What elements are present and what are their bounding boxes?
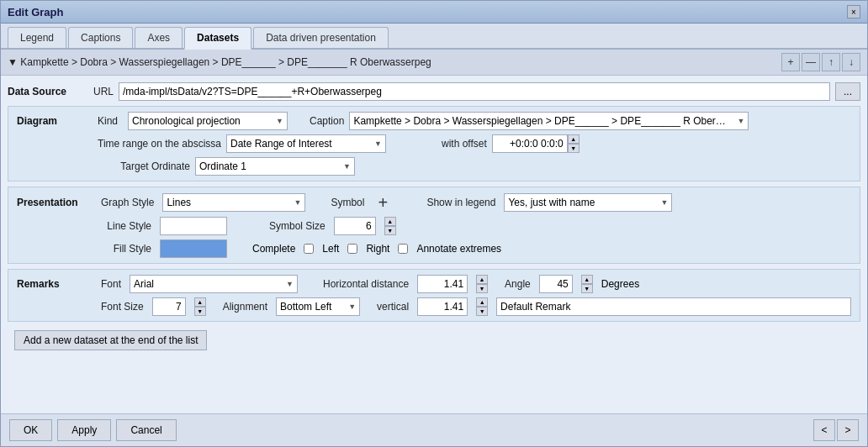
tab-data-driven[interactable]: Data driven presentation <box>253 27 389 48</box>
angle-label: Angle <box>505 278 531 290</box>
close-button[interactable]: × <box>847 5 860 18</box>
font-dropdown[interactable]: Arial ▼ <box>130 275 298 293</box>
right-checkbox[interactable] <box>398 244 408 254</box>
down-icon[interactable]: ↓ <box>842 53 860 71</box>
presentation-section: Presentation Graph Style Lines ▼ Symbol … <box>8 187 860 264</box>
breadcrumb-bar: ▼ Kampkette > Dobra > Wasserspiegellagen… <box>1 50 867 76</box>
symbolsize-input[interactable] <box>334 217 376 235</box>
offset-spin-down[interactable]: ▼ <box>568 144 580 153</box>
hdist-label: Horizontal distance <box>323 278 409 290</box>
nav-buttons: < > <box>813 419 859 441</box>
fontsize-input[interactable] <box>152 297 186 316</box>
fontsize-spinner[interactable]: ▲ ▼ <box>194 297 206 316</box>
tab-legend[interactable]: Legend <box>8 27 66 48</box>
vdist-spinner[interactable]: ▲ ▼ <box>476 297 488 316</box>
pres-row3: P Fill Style Complete Left Right Annotat… <box>17 239 851 258</box>
remarks-row1: Remarks Font Arial ▼ Horizontal distance… <box>17 275 851 293</box>
ordinate-row: Diagram Target Ordinate Ordinate 1 ▼ <box>17 157 851 176</box>
symbolsize-spin-down[interactable]: ▼ <box>384 226 396 235</box>
symbolsize-spin-up[interactable]: ▲ <box>384 217 396 226</box>
caption-dropdown[interactable]: Kampkette > Dobra > Wasserspiegellagen >… <box>349 112 749 130</box>
tab-datasets[interactable]: Datasets <box>184 27 251 50</box>
complete-checkbox[interactable] <box>304 244 314 254</box>
pres-row2: P Line Style Symbol Size ▲ ▼ <box>17 217 851 235</box>
remarks-label: Remarks <box>17 278 93 290</box>
datasource-row: Data Source URL ... <box>8 82 860 101</box>
pres-row1: Presentation Graph Style Lines ▼ Symbol … <box>17 192 851 213</box>
angle-spinner[interactable]: ▲ ▼ <box>581 275 593 293</box>
font-label: Font <box>101 278 121 290</box>
angle-spin-up[interactable]: ▲ <box>581 275 593 284</box>
offset-spinner[interactable]: ▲ ▼ <box>568 134 580 153</box>
angle-spin-down[interactable]: ▼ <box>581 284 593 293</box>
legend-dropdown[interactable]: Yes, just with name ▼ <box>504 193 672 212</box>
symbolsize-spinner[interactable]: ▲ ▼ <box>384 217 396 235</box>
degrees-label: Degrees <box>601 278 639 290</box>
hdist-input[interactable] <box>417 275 468 293</box>
right-label: Right <box>366 243 389 255</box>
kind-row: Diagram Kind Chronological projection ▼ … <box>17 112 851 130</box>
offset-input[interactable] <box>492 134 568 153</box>
tab-axes[interactable]: Axes <box>135 27 183 48</box>
graphstyle-dropdown[interactable]: Lines ▼ <box>162 193 305 212</box>
fontsize-spin-down[interactable]: ▼ <box>194 307 206 316</box>
alignment-dropdown[interactable]: Bottom Left ▼ <box>276 297 360 316</box>
hdist-spin-up[interactable]: ▲ <box>476 275 488 284</box>
ordinate-dropdown[interactable]: Ordinate 1 ▼ <box>195 157 355 176</box>
alignment-label: Alignment <box>223 301 267 313</box>
remark-input[interactable] <box>496 297 851 316</box>
apply-button[interactable]: Apply <box>57 419 111 441</box>
hdist-spinner[interactable]: ▲ ▼ <box>476 275 488 293</box>
fill-style-box[interactable] <box>160 239 227 258</box>
browse-button[interactable]: ... <box>835 82 860 101</box>
remarks-section: Remarks Font Arial ▼ Horizontal distance… <box>8 269 860 322</box>
line-style-box[interactable] <box>160 217 227 235</box>
kind-dropdown[interactable]: Chronological projection ▼ <box>128 112 288 130</box>
show-legend-label: Show in legend <box>426 197 495 208</box>
ok-button[interactable]: OK <box>9 419 52 441</box>
left-label: Left <box>322 243 339 255</box>
offset-spin-up[interactable]: ▲ <box>568 134 580 144</box>
cancel-button[interactable]: Cancel <box>116 419 176 441</box>
tab-captions[interactable]: Captions <box>68 27 133 48</box>
title-bar: Edit Graph × <box>1 1 867 24</box>
legend-arrow: ▼ <box>661 198 669 207</box>
fontsize-spin-up[interactable]: ▲ <box>194 297 206 307</box>
diagram-left-col: Diagram Kind Chronological projection ▼ … <box>17 112 851 176</box>
offset-label: with offset <box>442 138 487 150</box>
breadcrumb: ▼ Kampkette > Dobra > Wasserspiegellagen… <box>8 56 431 68</box>
offset-row: ▲ ▼ <box>492 134 580 153</box>
vdist-spin-up[interactable]: ▲ <box>476 297 488 307</box>
linestyle-label: Line Style <box>101 220 151 232</box>
footer: OK Apply Cancel < > <box>1 413 867 446</box>
complete-label: Complete <box>252 243 295 255</box>
caption-label: Caption <box>310 115 344 127</box>
vertical-input[interactable] <box>417 297 468 316</box>
annotate-label: Annotate extremes <box>416 243 501 255</box>
add-dataset-button[interactable]: Add a new dataset at the end of the list <box>14 330 207 350</box>
angle-input[interactable] <box>539 275 573 293</box>
datasource-label: Data Source <box>8 86 83 97</box>
left-checkbox[interactable] <box>347 244 357 254</box>
kind-label: Kind <box>98 115 123 127</box>
symbolsize-label: Symbol Size <box>269 220 326 232</box>
timerange-dropdown[interactable]: Date Range of Interest ▼ <box>226 134 386 153</box>
vertical-label: vertical <box>377 301 409 313</box>
symbol-button[interactable]: + <box>373 192 393 213</box>
prev-button[interactable]: < <box>813 419 835 441</box>
remove-icon[interactable]: — <box>802 53 820 71</box>
add-icon[interactable]: + <box>781 53 800 71</box>
timerange-dropdown-arrow: ▼ <box>374 139 382 148</box>
up-icon[interactable]: ↑ <box>822 53 840 71</box>
hdist-spin-down[interactable]: ▼ <box>476 284 488 293</box>
graphstyle-arrow: ▼ <box>294 198 301 207</box>
vdist-spin-down[interactable]: ▼ <box>476 307 488 316</box>
alignment-arrow: ▼ <box>348 302 356 311</box>
fillstyle-label: Fill Style <box>101 243 151 255</box>
next-button[interactable]: > <box>837 419 859 441</box>
font-arrow: ▼ <box>286 280 294 288</box>
timerange-row: Diagram Time range on the abscissa Date … <box>17 134 851 153</box>
url-input[interactable] <box>119 82 830 101</box>
ordinate-label: Target Ordinate <box>98 160 190 172</box>
edit-graph-window: Edit Graph × Legend Captions Axes Datase… <box>0 0 868 447</box>
